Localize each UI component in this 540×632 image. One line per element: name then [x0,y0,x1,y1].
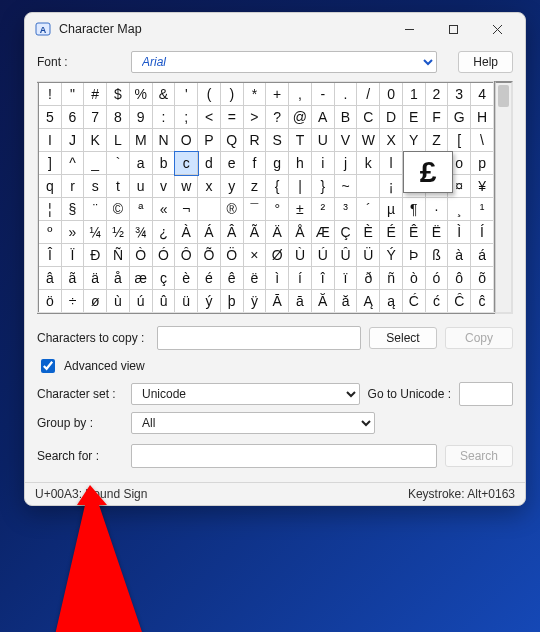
font-select[interactable]: Arial [131,51,437,73]
char-cell[interactable]: þ [220,290,243,314]
char-cell[interactable]: a [129,152,152,175]
char-cell[interactable]: k [357,152,380,175]
char-cell[interactable]: ß [425,244,448,267]
search-input[interactable] [131,444,437,468]
char-cell[interactable]: Ë [425,221,448,244]
char-cell[interactable]: / [357,82,380,106]
char-cell[interactable]: ° [266,198,289,221]
char-cell[interactable]: ó [425,267,448,290]
character-grid[interactable]: !"#$%&'()*+,-./0123456789:;<=>?@ABCDEFGH… [37,81,495,314]
char-cell[interactable]: ĉ [471,290,494,314]
char-cell[interactable]: Ú [311,244,334,267]
char-cell[interactable]: õ [471,267,494,290]
char-cell[interactable]: ^ [61,152,84,175]
char-cell[interactable]: ¯ [243,198,266,221]
char-cell[interactable]: I [38,129,61,152]
char-cell[interactable]: , [289,82,312,106]
char-cell[interactable]: M [129,129,152,152]
char-cell[interactable]: ć [425,290,448,314]
char-cell[interactable]: ì [266,267,289,290]
char-cell[interactable]: × [243,244,266,267]
char-cell[interactable]: ë [243,267,266,290]
char-cell[interactable]: R [243,129,266,152]
char-cell[interactable]: 9 [129,106,152,129]
char-cell[interactable]: A [311,106,334,129]
char-cell[interactable]: ( [198,82,221,106]
char-cell[interactable]: ¸ [448,198,471,221]
char-cell[interactable]: F [425,106,448,129]
close-button[interactable] [475,14,519,44]
char-cell[interactable]: W [357,129,380,152]
char-cell[interactable]: ] [38,152,61,175]
char-cell[interactable]: N [152,129,175,152]
char-cell[interactable]: ü [175,290,198,314]
char-cell[interactable]: 7 [84,106,107,129]
char-cell[interactable]: j [334,152,357,175]
char-cell[interactable]: ä [84,267,107,290]
char-cell[interactable]: · [425,198,448,221]
char-cell[interactable]: K [84,129,107,152]
char-cell[interactable]: Ą [357,290,380,314]
char-cell[interactable]: Z [425,129,448,152]
char-cell[interactable]: ÷ [61,290,84,314]
char-cell[interactable]: ¥ [471,175,494,198]
char-cell[interactable]: t [107,175,130,198]
char-cell[interactable]: µ [380,198,403,221]
char-cell[interactable]: § [61,198,84,221]
char-cell[interactable]: g [266,152,289,175]
char-cell[interactable]: { [266,175,289,198]
char-cell[interactable]: å [107,267,130,290]
char-cell[interactable]: æ [129,267,152,290]
char-cell[interactable]: B [334,106,357,129]
char-cell[interactable]: à [448,244,471,267]
char-cell[interactable]: â [38,267,61,290]
char-cell[interactable]: Ĉ [448,290,471,314]
char-cell[interactable]: ê [220,267,243,290]
char-cell[interactable]: ð [357,267,380,290]
char-cell[interactable]: ö [38,290,61,314]
char-cell[interactable]: Æ [311,221,334,244]
char-cell[interactable]: Ä [266,221,289,244]
char-cell[interactable]: d [198,152,221,175]
char-cell[interactable]: 8 [107,106,130,129]
char-cell[interactable]: Ù [289,244,312,267]
char-cell[interactable]: è [175,267,198,290]
char-cell[interactable]: Ò [129,244,152,267]
help-button[interactable]: Help [458,51,513,73]
char-cell[interactable]: 5 [38,106,61,129]
char-cell[interactable]: É [380,221,403,244]
char-cell[interactable] [357,175,380,198]
grid-scrollbar[interactable] [495,81,513,314]
char-cell[interactable]: ã [61,267,84,290]
char-cell[interactable]: 6 [61,106,84,129]
char-cell[interactable]: Ö [220,244,243,267]
char-cell[interactable]: w [175,175,198,198]
char-cell[interactable]: ² [311,198,334,221]
char-cell[interactable]: Ă [311,290,334,314]
char-cell[interactable]: í [289,267,312,290]
minimize-button[interactable] [387,14,431,44]
char-cell[interactable]: % [129,82,152,106]
char-cell[interactable]: ½ [107,221,130,244]
char-cell[interactable]: Ü [357,244,380,267]
char-cell[interactable]: ! [38,82,61,106]
char-cell[interactable]: ú [129,290,152,314]
char-cell[interactable]: ) [220,82,243,106]
char-cell[interactable]: J [61,129,84,152]
char-cell[interactable]: ā [289,290,312,314]
char-cell[interactable]: © [107,198,130,221]
char-cell[interactable]: S [266,129,289,152]
char-cell[interactable]: } [311,175,334,198]
char-cell[interactable]: ? [266,106,289,129]
char-cell[interactable]: O [175,129,198,152]
char-cell[interactable]: i [311,152,334,175]
char-cell[interactable]: @ [289,106,312,129]
char-cell[interactable]: Î [38,244,61,267]
char-cell[interactable]: Ð [84,244,107,267]
advanced-view-check[interactable]: Advanced view [37,356,513,376]
char-cell[interactable]: _ [84,152,107,175]
char-cell[interactable]: " [61,82,84,106]
char-cell[interactable]: ¦ [38,198,61,221]
characters-to-copy-input[interactable] [157,326,361,350]
char-cell[interactable]: - [311,82,334,106]
